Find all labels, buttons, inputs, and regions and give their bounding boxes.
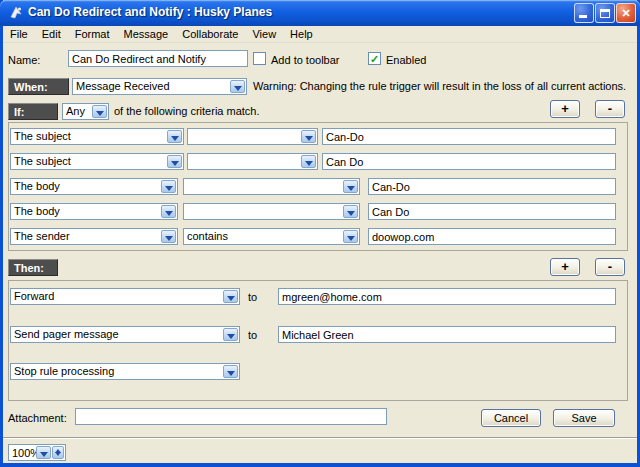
menu-edit[interactable]: Edit [35,27,68,41]
criterion-field-select[interactable]: The body [10,178,178,195]
maximize-icon [600,9,610,18]
if-section-label: If: [8,103,58,120]
action-select[interactable]: Forward [10,288,240,305]
criterion-operator-select[interactable] [187,128,318,145]
add-criterion-button[interactable]: + [550,100,580,118]
rule-editor-window: Can Do Redirect and Notify : Husky Plane… [0,0,640,467]
when-trigger-select[interactable]: Message Received [72,78,247,95]
then-section-label: Then: [8,259,58,276]
remove-action-button[interactable]: - [595,258,625,276]
add-to-toolbar-label: Add to toolbar [271,54,340,66]
when-section-label: When: [8,78,69,95]
action-connector-label: to [248,291,257,303]
enabled-label: Enabled [386,54,426,66]
close-icon: ✕ [621,7,630,19]
enabled-checkbox[interactable]: ✓ [368,52,381,65]
minimize-button[interactable] [574,3,594,23]
zoom-level-select[interactable]: 100% [8,444,66,461]
chevron-down-icon [301,130,316,143]
chevron-down-icon [223,328,238,341]
attachment-label: Attachment: [8,412,67,424]
add-to-toolbar-checkbox[interactable] [253,52,266,65]
menu-view[interactable]: View [245,27,283,41]
chevron-down-icon [92,105,107,118]
titlebar: Can Do Redirect and Notify : Husky Plane… [0,0,640,26]
chevron-down-icon [223,365,238,378]
chevron-down-icon [167,130,182,143]
add-action-button[interactable]: + [550,258,580,276]
chevron-down-icon [343,205,358,218]
cancel-button[interactable]: Cancel [481,409,541,427]
action-connector-label: to [248,329,257,341]
when-warning-text: Warning: Changing the rule trigger will … [253,80,626,92]
action-select[interactable]: Stop rule processing [10,363,240,380]
attachment-input[interactable] [75,408,387,425]
chevron-down-icon [161,230,176,243]
criterion-value-input[interactable] [368,203,616,220]
chevron-down-icon [343,230,358,243]
maximize-button[interactable] [595,3,615,23]
menu-format[interactable]: Format [68,27,117,41]
minimize-icon [579,15,587,18]
chevron-down-icon [161,205,176,218]
criterion-operator-select[interactable] [183,178,360,195]
name-input[interactable] [68,50,248,67]
menu-message[interactable]: Message [117,27,176,41]
criterion-operator-select[interactable] [183,203,360,220]
menu-file[interactable]: File [3,27,35,41]
close-button[interactable]: ✕ [616,3,636,23]
save-button[interactable]: Save [553,409,615,427]
criterion-value-input[interactable] [322,128,616,145]
chevron-down-icon [36,446,51,459]
menu-collaborate[interactable]: Collaborate [175,27,245,41]
chevron-down-icon [301,155,316,168]
criterion-operator-select[interactable]: contains [183,228,360,245]
chevron-down-icon [343,180,358,193]
criterion-field-select[interactable]: The sender [10,228,178,245]
status-bar: 100% [3,439,637,463]
criterion-value-input[interactable] [368,178,616,195]
criterion-value-input[interactable] [322,153,616,170]
chevron-down-icon [230,80,245,93]
criterion-field-select[interactable]: The subject [10,153,184,170]
action-target-input[interactable] [278,326,616,343]
criterion-value-input[interactable] [368,228,616,245]
criterion-operator-select[interactable] [187,153,318,170]
menu-bar: File Edit Format Message Collaborate Vie… [3,26,637,43]
zoom-spinner[interactable] [52,446,64,459]
action-select[interactable]: Send pager message [10,326,240,343]
chevron-down-icon [223,290,238,303]
remove-criterion-button[interactable]: - [595,100,625,118]
name-label: Name: [8,54,40,66]
action-target-input[interactable] [278,288,616,305]
chevron-down-icon [161,180,176,193]
menu-help[interactable]: Help [283,27,320,41]
chevron-down-icon [167,155,182,168]
if-match-select[interactable]: Any [62,103,109,120]
criterion-field-select[interactable]: The subject [10,128,184,145]
app-icon [8,5,24,21]
criterion-field-select[interactable]: The body [10,203,178,220]
window-title: Can Do Redirect and Notify : Husky Plane… [28,5,272,19]
if-suffix-text: of the following criteria match. [114,105,260,117]
